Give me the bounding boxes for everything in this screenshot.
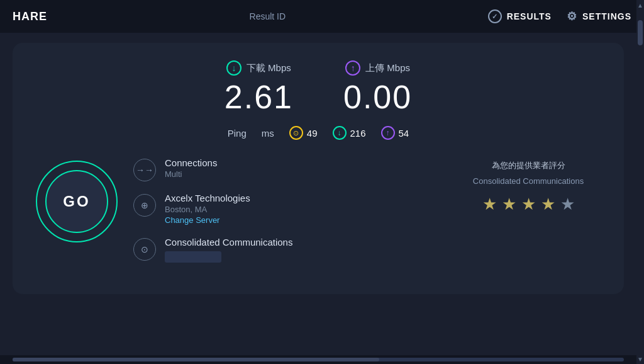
ping-row: Ping ms ⊙ 49 ↓ 216 ↑ 54 — [33, 126, 604, 140]
settings-button[interactable]: ⚙ SETTINGS — [567, 9, 631, 23]
vertical-scrollbar[interactable]: ▲ ▼ — [636, 0, 644, 364]
ping-label: Ping — [228, 128, 247, 139]
download-value: 2.61 — [225, 78, 293, 116]
download-metric: ↓ 下載 Mbps 2.61 — [225, 60, 293, 116]
change-server-link[interactable]: Change Server — [165, 215, 219, 225]
scrollbar-track — [13, 358, 624, 361]
isp-item: ⊙ Consolidated Communications — [133, 237, 440, 265]
connections-item: →→ Connections Multi — [133, 157, 440, 181]
globe-icon: ⊕ — [133, 194, 156, 217]
server-item: ⊕ Axcelx Technologies Boston, MA Change … — [133, 193, 440, 225]
upload-icon: ↑ — [345, 60, 360, 76]
check-icon: ✓ — [488, 9, 502, 23]
go-outer-ring: GO — [36, 161, 118, 242]
scrollbar-thumb[interactable] — [638, 20, 643, 45]
connections-icon: →→ — [133, 159, 156, 181]
gear-icon: ⚙ — [567, 9, 577, 23]
download-icon: ↓ — [226, 60, 242, 76]
ping-icon-3: ↑ — [381, 126, 395, 140]
rating-panel: 為您的提供業者評分 Consolidated Communications ★ … — [453, 157, 604, 214]
bottom-section: GO →→ Connections Multi ⊕ Axcelx Technol… — [33, 157, 604, 276]
server-provider: Axcelx Technologies — [165, 193, 250, 203]
main-content: ↓ 下載 Mbps 2.61 ↑ 上傳 Mbps 0.00 Ping ms ⊙ … — [0, 33, 636, 304]
connections-title: Connections — [165, 157, 217, 168]
star-5[interactable]: ★ — [560, 195, 575, 214]
isp-content: Consolidated Communications — [165, 237, 292, 265]
star-2[interactable]: ★ — [502, 195, 516, 214]
scrollbar-arrow-down[interactable]: ▼ — [636, 354, 644, 364]
ping-icon-1: ⊙ — [289, 126, 303, 140]
horizontal-scrollbar[interactable] — [0, 355, 636, 364]
upload-label: ↑ 上傳 Mbps — [343, 60, 412, 76]
server-content: Axcelx Technologies Boston, MA Change Se… — [165, 193, 250, 225]
rating-provider: Consolidated Communications — [453, 176, 604, 186]
upload-value: 0.00 — [343, 78, 412, 116]
isp-name: Consolidated Communications — [165, 237, 292, 247]
person-icon: ⊙ — [133, 238, 156, 261]
download-label: ↓ 下載 Mbps — [225, 60, 293, 76]
go-button-container: GO — [33, 157, 121, 246]
rating-title: 為您的提供業者評分 — [453, 160, 604, 171]
ping-item-2: ↓ 216 — [333, 126, 366, 140]
scrollbar-thumb-h[interactable] — [13, 358, 379, 361]
star-1[interactable]: ★ — [482, 195, 497, 214]
speed-metrics: ↓ 下載 Mbps 2.61 ↑ 上傳 Mbps 0.00 — [33, 60, 604, 116]
server-location: Boston, MA — [165, 205, 250, 214]
results-button[interactable]: ✓ RESULTS — [488, 9, 552, 23]
ping-ms-label: ms — [262, 128, 274, 139]
info-items: →→ Connections Multi ⊕ Axcelx Technologi… — [133, 157, 440, 276]
go-label: GO — [63, 193, 90, 210]
star-4[interactable]: ★ — [541, 195, 555, 214]
scrollbar-arrow-up[interactable]: ▲ — [636, 0, 644, 10]
connections-content: Connections Multi — [165, 157, 217, 179]
connections-subtitle: Multi — [165, 169, 217, 179]
ping-item-3: ↑ 54 — [381, 126, 409, 140]
stars-row: ★ ★ ★ ★ ★ — [453, 195, 604, 214]
ping-icon-2: ↓ — [333, 126, 347, 140]
upload-metric: ↑ 上傳 Mbps 0.00 — [343, 60, 412, 116]
isp-redacted — [165, 251, 221, 263]
top-bar: HARE Result ID ✓ RESULTS ⚙ SETTINGS — [0, 0, 644, 33]
go-button[interactable]: GO — [45, 170, 108, 233]
ping-item-1: ⊙ 49 — [289, 126, 318, 140]
star-3[interactable]: ★ — [521, 195, 536, 214]
speed-card: ↓ 下載 Mbps 2.61 ↑ 上傳 Mbps 0.00 Ping ms ⊙ … — [13, 43, 624, 294]
result-id-label: Result ID — [250, 11, 286, 21]
share-label: HARE — [13, 10, 47, 23]
top-bar-right: ✓ RESULTS ⚙ SETTINGS — [488, 9, 631, 23]
